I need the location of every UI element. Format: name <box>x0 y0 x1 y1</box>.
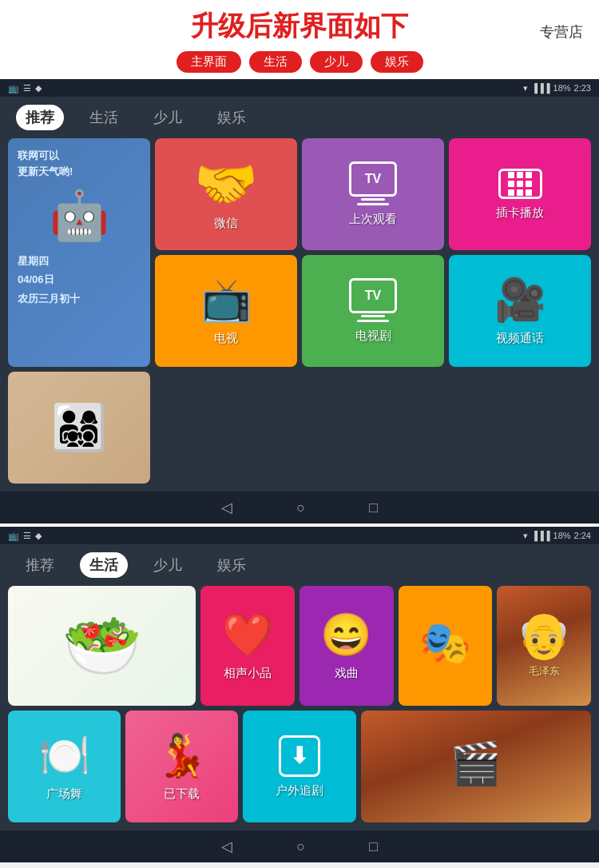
weather-text2: 更新天气哟! <box>18 164 141 180</box>
status-left-1: 📺 ☰ ◆ <box>8 83 42 94</box>
meishi-icon: 🍽️ <box>38 731 90 780</box>
tile-last-watch[interactable]: TV 上次观看 <box>302 138 444 250</box>
back-button-1[interactable]: ◁ <box>221 499 232 516</box>
screen1: 📺 ☰ ◆ ▾ ▐▐▐ 18% 2:23 推荐 生活 少儿 娱乐 <box>0 79 599 524</box>
tile-last-watch-label: 上次观看 <box>349 212 397 227</box>
status-icon-tv: 📺 <box>8 83 19 94</box>
tv-emoji-icon: 📺 <box>200 276 252 325</box>
nav-shenghuo-1[interactable]: 生活 <box>80 105 128 130</box>
tile-video-call[interactable]: 🎥 视频通话 <box>449 255 591 367</box>
weather-lunar: 农历三月初十 <box>18 289 141 308</box>
nav-tuijian-1[interactable]: 推荐 <box>16 105 64 130</box>
status-icon-dot: ◆ <box>35 83 42 94</box>
tile-weather[interactable]: 联网可以 更新天气哟! 🤖 星期四 04/06日 农历三月初十 <box>8 138 150 367</box>
tile-video-call-label: 视频通话 <box>496 331 544 346</box>
bottom-nav-2: ◁ ○ □ <box>0 830 599 862</box>
tile-veggie[interactable]: 🥗 <box>8 586 196 706</box>
veggie-heart-icon: 🥗 <box>62 614 142 678</box>
tv-drama-icon: TV <box>349 278 397 313</box>
tile-download-label: 户外追剧 <box>276 783 323 798</box>
tv-drama-stand <box>357 320 389 322</box>
mao-portrait-icon: 👴 <box>516 613 572 658</box>
home-button-2[interactable]: ○ <box>296 838 305 855</box>
screen2: 📺 ☰ ◆ ▾ ▐▐▐ 18% 2:24 推荐 生活 少儿 娱乐 <box>0 527 599 862</box>
header-tab-kids[interactable]: 少儿 <box>310 51 363 73</box>
download-icon: ⬇ <box>279 735 320 777</box>
nav-shaoner-2[interactable]: 少儿 <box>144 552 192 578</box>
wifi-icon-2: ▾ <box>523 531 528 541</box>
status-left-2: 📺 ☰ ◆ <box>8 531 42 541</box>
time-1: 2:23 <box>574 83 591 93</box>
signal-icon-2: ▐▐▐ <box>531 531 549 540</box>
tile-xiangsheng[interactable]: 😄 戏曲 <box>300 586 394 706</box>
health-icon: ❤️ <box>222 611 274 659</box>
grid-2-row2: 🍽️ 广场舞 💃 已下载 ⬇ 户外追剧 🎬 <box>0 711 599 830</box>
back-button-2[interactable]: ◁ <box>221 838 232 855</box>
tile-xiqu[interactable]: 🎭 <box>399 586 493 706</box>
tile-huwai[interactable]: 🎬 <box>361 711 591 822</box>
tile-xiangsheng-label: 戏曲 <box>335 666 359 681</box>
nav-tuijian-2[interactable]: 推荐 <box>16 552 64 578</box>
status-right-2: ▾ ▐▐▐ 18% 2:24 <box>523 531 591 541</box>
header-title: 升级后新界面如下 <box>191 8 408 45</box>
dancer-icon: 💃 <box>156 731 208 780</box>
status-icon-dot-2: ◆ <box>35 531 42 541</box>
nav-shaoner-1[interactable]: 少儿 <box>144 105 192 130</box>
veggie-content: 🥗 <box>62 592 142 699</box>
status-bar-2: 📺 ☰ ◆ ▾ ▐▐▐ 18% 2:24 <box>0 527 599 544</box>
tile-mao[interactable]: 👴 毛泽东 <box>497 586 591 706</box>
grid-icon <box>508 172 532 196</box>
status-icon-tv-2: 📺 <box>8 531 19 541</box>
tile-yangsheng[interactable]: ❤️ 相声小品 <box>200 586 295 706</box>
tile-meishi[interactable]: 🍽️ 广场舞 <box>8 711 121 822</box>
bottom-nav-1: ◁ ○ □ <box>0 492 599 524</box>
header-tab-main[interactable]: 主界面 <box>177 51 241 73</box>
nav-yule-1[interactable]: 娱乐 <box>208 105 256 130</box>
nav-shenghuo-2[interactable]: 生活 <box>80 552 128 578</box>
tile-family[interactable]: 👨‍👩‍👧‍👦 <box>8 372 150 484</box>
tile-yangsheng-label: 相声小品 <box>224 666 272 681</box>
app-nav-1: 推荐 生活 少儿 娱乐 <box>0 97 599 138</box>
header: 升级后新界面如下 专营店 主界面 生活 少儿 娱乐 <box>0 0 599 79</box>
tile-wechat[interactable]: 🤝 微信 <box>155 138 297 250</box>
tile-card-play[interactable]: 插卡播放 <box>449 138 591 250</box>
tile-tv-label: 电视 <box>214 331 238 346</box>
tile-tvdrama-label: 电视剧 <box>355 328 391 344</box>
tile-guangchangwu[interactable]: 💃 已下载 <box>125 711 238 822</box>
tile-guangchangwu-label: 已下载 <box>164 786 200 802</box>
recent-button-1[interactable]: □ <box>369 500 378 516</box>
weather-robot-icon: 🤖 <box>18 187 141 244</box>
tile-tvdrama[interactable]: TV 电视剧 <box>302 255 444 367</box>
webcam-icon: 🎥 <box>494 276 546 325</box>
weather-content: 联网可以 更新天气哟! 🤖 星期四 04/06日 农历三月初十 <box>18 148 141 308</box>
wechat-hands-icon: 🤝 <box>194 158 258 209</box>
xiangsheng-icon: 😄 <box>320 611 372 659</box>
recent-button-2[interactable]: □ <box>369 838 378 855</box>
header-tab-life[interactable]: 生活 <box>249 51 302 73</box>
tile-meishi-label: 广场舞 <box>46 786 82 802</box>
nav-yule-2[interactable]: 娱乐 <box>208 552 256 578</box>
weather-date: 04/06日 <box>18 270 141 289</box>
home-button-1[interactable]: ○ <box>296 500 305 516</box>
tile-download[interactable]: ⬇ 户外追剧 <box>243 711 355 822</box>
weather-day: 星期四 <box>18 252 141 270</box>
time-2: 2:24 <box>574 531 591 540</box>
weather-text1: 联网可以 <box>18 148 141 164</box>
status-icon-menu-2: ☰ <box>23 531 31 541</box>
battery-percent-2: 18% <box>553 531 571 540</box>
status-bar-1: 📺 ☰ ◆ ▾ ▐▐▐ 18% 2:23 <box>0 79 599 97</box>
wifi-icon: ▾ <box>523 83 528 94</box>
tile-wechat-label: 微信 <box>214 216 238 231</box>
header-tab-entertainment[interactable]: 娱乐 <box>371 51 423 73</box>
signal-icon: ▐▐▐ <box>531 83 549 93</box>
mao-label: 毛泽东 <box>529 664 560 679</box>
tv-stand-last-watch <box>357 203 389 205</box>
tile-tv[interactable]: 📺 电视 <box>155 255 297 367</box>
status-right-1: ▾ ▐▐▐ 18% 2:23 <box>523 83 591 94</box>
family-icon: 👨‍👩‍👧‍👦 <box>51 405 107 450</box>
battery-percent-1: 18% <box>553 83 571 93</box>
weather-date-block: 星期四 04/06日 农历三月初十 <box>18 252 141 308</box>
app-nav-2: 推荐 生活 少儿 娱乐 <box>0 544 599 586</box>
tile-card-play-label: 插卡播放 <box>496 205 544 221</box>
header-shop: 专营店 <box>540 22 583 42</box>
